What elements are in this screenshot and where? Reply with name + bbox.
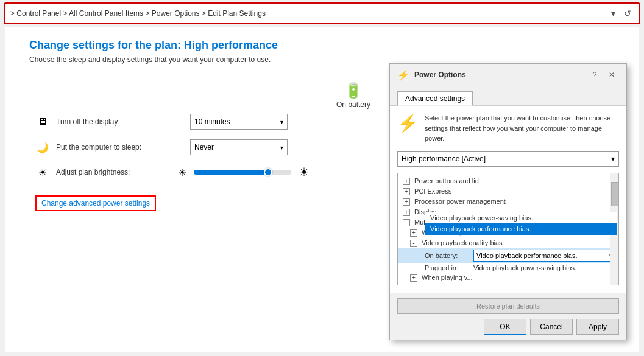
expand-icon[interactable]: + [403,198,410,206]
dropdown-option-saving[interactable]: Video playback power-saving bias. [425,212,617,223]
display-label: Turn off the display: [56,117,178,126]
sleep-dropdown[interactable]: Never ▾ [190,139,288,155]
brightness-icon-left: ☀ [35,165,50,180]
refresh-icon[interactable]: ↺ [621,7,634,19]
dialog-close-button[interactable]: ✕ [604,69,619,81]
display-icon: 🖥 [35,114,50,129]
dialog-info-text: Select the power plan that you want to c… [425,113,619,144]
brightness-dim-icon: ☀ [178,167,186,178]
dialog-power-icon: ⚡ [397,113,419,133]
display-control: 10 minutes ▾ [190,114,288,130]
on-battery-row-label: On battery: [425,252,473,259]
dialog-titlebar: ⚡ Power Options ? ✕ [390,64,626,86]
expand-icon[interactable]: + [410,274,417,282]
ok-button[interactable]: OK [484,319,526,335]
tree-item-label: Video playback quality bias. [422,239,504,246]
apply-button[interactable]: Apply [576,319,619,335]
expand-icon[interactable]: + [403,178,410,185]
main-content: Change settings for the plan: High perfo… [5,27,639,352]
expand-icon[interactable]: + [403,209,410,216]
plan-select-value: High performance [Active] [402,155,486,163]
page-subtitle: Choose the sleep and display settings th… [29,55,407,64]
display-dropdown[interactable]: 10 minutes ▾ [190,114,288,130]
tree-item-label: Processor power management [414,198,506,205]
battery-icon: 🔋 [344,82,363,99]
sleep-dropdown-arrow: ▾ [280,144,283,151]
on-battery-dropdown-row: On battery: Video playback performance b… [398,248,618,263]
page-title: Change settings for the plan: High perfo… [29,39,407,52]
brightness-label: Adjust plan brightness: [56,168,178,176]
tree-item-label: When playing v... [422,274,473,281]
on-battery-label: 🔋 On battery [336,82,370,109]
plan-select-arrow: ▾ [611,155,615,163]
plan-select-dropdown[interactable]: High performance [Active] ▾ [397,151,619,167]
tree-item-label: PCI Express [414,187,451,195]
tree-item-processor[interactable]: + Processor power management [398,197,618,207]
dialog-titlebar-buttons: ? ✕ [587,69,619,81]
settings-section: Change settings for the plan: High perfo… [29,39,407,211]
plugged-in-row: Plugged in: Video playback power-saving … [398,263,618,273]
expand-icon[interactable]: - [410,240,417,247]
power-options-dialog: ⚡ Power Options ? ✕ Advanced settings ⚡ … [389,63,627,340]
address-bar: > Control Panel > All Control Panel Item… [5,4,639,23]
tree-list: + Power buttons and lid + PCI Express + … [398,173,618,285]
dialog-footer: Restore plan defaults OK Cancel Apply [390,293,626,340]
advanced-power-settings-link[interactable]: Change advanced power settings [35,195,156,211]
expand-icon[interactable]: + [403,188,410,195]
tree-item-video-quality[interactable]: - Video playback quality bias. [398,238,618,248]
tree-item-label: Power buttons and lid [414,177,479,184]
expand-icon[interactable]: - [403,219,410,226]
dialog-help-button[interactable]: ? [587,69,602,81]
scrollbar-thumb[interactable] [611,182,618,206]
tree-item-pci-express[interactable]: + PCI Express [398,186,618,197]
dialog-info-row: ⚡ Select the power plan that you want to… [397,113,619,144]
restore-plan-defaults-button[interactable]: Restore plan defaults [397,298,619,314]
slider-thumb[interactable] [264,168,272,176]
tree-container: + Power buttons and lid + PCI Express + … [397,173,619,285]
on-battery-text: On battery [336,100,370,109]
plugged-in-value: Video playback power-saving bias. [473,264,576,271]
on-battery-dropdown[interactable]: Video playback performance bias. ▾ [473,250,616,262]
on-battery-dropdown-value: Video playback performance bias. [476,252,578,259]
dropdown-option-performance[interactable]: Video playback performance bias. [425,223,617,234]
dialog-body: ⚡ Select the power plan that you want to… [390,106,626,293]
sleep-control: Never ▾ [190,139,288,155]
advanced-settings-tab[interactable]: Advanced settings [397,91,473,106]
dropdown-arrow-icon[interactable]: ▾ [607,7,619,19]
plugged-in-label: Plugged in: [425,264,473,271]
power-options-title-icon: ⚡ [397,69,409,81]
dialog-tab-bar: Advanced settings [390,86,626,106]
display-setting-row: 🖥 Turn off the display: 10 minutes ▾ [29,114,407,130]
display-value: 10 minutes [194,117,230,126]
dialog-action-buttons: OK Cancel Apply [397,319,619,335]
dialog-title-text: Power Options [414,71,466,79]
slider-fill [194,170,267,175]
brightness-row: ☀ Adjust plan brightness: ☀ ☀ [29,165,407,180]
tree-item-when-playing[interactable]: + When playing v... [398,273,618,283]
brightness-bright-icon: ☀ [299,165,310,180]
address-bar-path: > Control Panel > All Control Panel Item… [10,9,607,18]
sleep-setting-row: 🌙 Put the computer to sleep: Never ▾ [29,139,407,155]
cancel-button[interactable]: Cancel [530,319,573,335]
video-dropdown-popup: Video playback power-saving bias. Video … [425,212,617,235]
column-header: 🔋 On battery [29,82,407,109]
address-bar-controls: ▾ ↺ [607,7,634,19]
dialog-title-left: ⚡ Power Options [397,69,466,81]
brightness-slider[interactable] [194,170,291,175]
display-dropdown-arrow: ▾ [280,119,283,125]
sleep-value: Never [194,143,214,152]
tree-item-power-buttons[interactable]: + Power buttons and lid [398,176,618,186]
expand-icon[interactable]: + [410,229,417,237]
sleep-icon: 🌙 [35,140,50,155]
sleep-label: Put the computer to sleep: [56,143,178,152]
